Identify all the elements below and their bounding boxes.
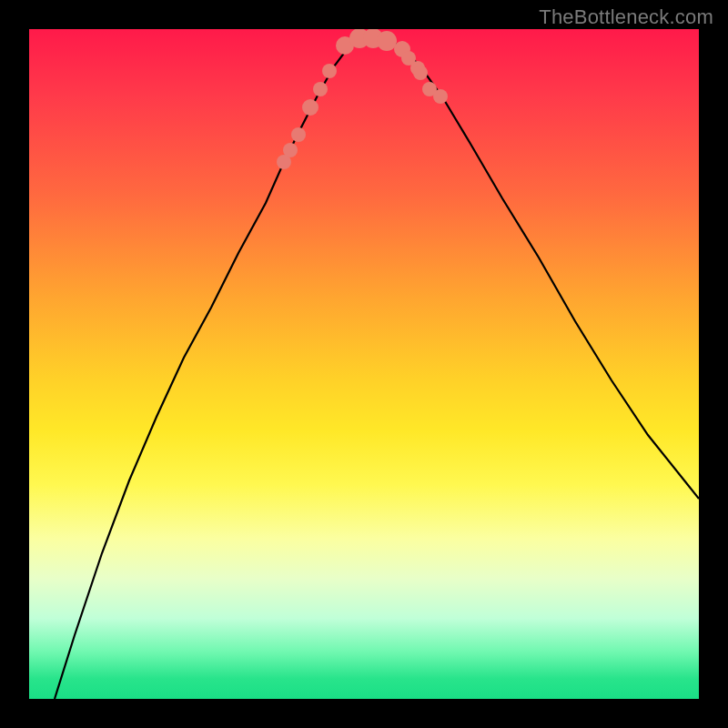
chart-frame: TheBottleneck.com <box>0 0 728 728</box>
highlight-point <box>302 99 318 116</box>
chart-overlay <box>29 29 699 699</box>
highlight-point <box>291 127 306 142</box>
highlight-point <box>413 66 428 80</box>
highlight-point <box>433 89 448 104</box>
chart-plot-area <box>29 29 699 699</box>
watermark-text: TheBottleneck.com <box>539 5 713 29</box>
highlight-points <box>277 29 448 169</box>
highlight-point <box>283 143 298 157</box>
highlight-point <box>377 31 397 51</box>
bottleneck-curve <box>55 36 699 699</box>
highlight-point <box>322 64 337 78</box>
highlight-point <box>313 82 328 96</box>
